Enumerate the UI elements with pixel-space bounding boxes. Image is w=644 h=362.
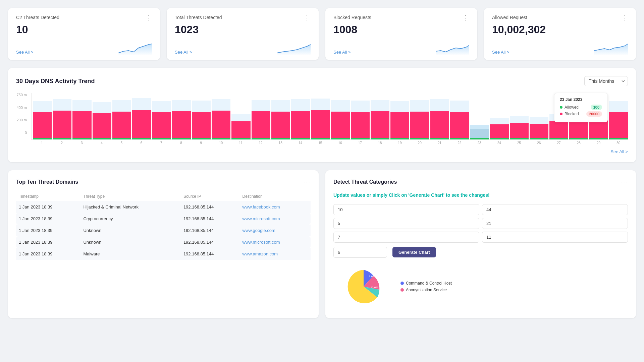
bar-group[interactable] <box>390 96 409 139</box>
detect-input-2-0[interactable] <box>333 232 479 243</box>
bar-green <box>450 138 469 139</box>
x-label: 21 <box>430 141 449 145</box>
bar-group[interactable] <box>72 96 91 139</box>
see-all-link[interactable]: See All > <box>16 50 34 55</box>
bar-group[interactable] <box>510 96 529 139</box>
bar-green <box>192 138 211 139</box>
pie-chart-container: 9.6% 10.6% 5.8% <box>333 263 394 310</box>
bar-group[interactable] <box>371 96 389 139</box>
bar-group[interactable] <box>172 96 191 139</box>
detect-input-1-0[interactable] <box>333 218 479 229</box>
table-row: 1 Jan 2023 18:39Unknown192.168.85.144www… <box>16 225 311 236</box>
see-all-link[interactable]: See All > <box>333 50 351 55</box>
bar-group[interactable] <box>430 96 449 139</box>
bar-group[interactable] <box>53 96 71 139</box>
tooltip-allowed-dot <box>560 106 562 109</box>
bar-group[interactable] <box>450 96 469 139</box>
generate-chart-btn[interactable]: Generate Chart <box>392 247 436 257</box>
table-cell: 192.168.85.144 <box>181 225 240 236</box>
bar-group[interactable] <box>112 96 131 139</box>
bar-green <box>351 138 370 139</box>
table-cell: 1 Jan 2023 18:39 <box>16 213 80 225</box>
see-all-link[interactable]: See All > <box>175 50 192 55</box>
bar-group[interactable] <box>530 96 548 139</box>
trend-see-all-link[interactable]: See All > <box>610 149 628 154</box>
bar-group[interactable] <box>212 96 230 139</box>
detect-input-0-1[interactable] <box>482 204 628 215</box>
table-header-cell: Timestamp <box>16 192 80 201</box>
trend-filter-select[interactable]: This MonthsLast MonthLast 3 Months <box>584 76 628 86</box>
x-label: 12 <box>251 141 270 145</box>
bar-green <box>93 138 111 139</box>
stat-title: Allowed Request <box>492 15 527 20</box>
bar-green <box>410 138 429 139</box>
detect-threat-menu-btn[interactable]: ··· <box>621 178 628 185</box>
table-cell: 192.168.85.144 <box>181 248 240 260</box>
bar-green <box>311 138 330 139</box>
tooltip-blocked-row: Blocked 20000 <box>560 111 602 117</box>
bar-group[interactable] <box>252 96 270 139</box>
bar-green <box>152 138 171 139</box>
stat-menu-btn[interactable]: ⋮ <box>303 15 311 21</box>
x-label: 18 <box>371 141 389 145</box>
table-cell: 192.168.85.144 <box>181 201 240 213</box>
bar-group[interactable] <box>311 96 330 139</box>
bar-green <box>72 138 91 139</box>
bar-group[interactable] <box>271 96 290 139</box>
bar-group[interactable] <box>33 96 52 139</box>
legend-label: Command & Control Host <box>406 281 452 286</box>
bar-blocked <box>470 129 489 138</box>
stat-menu-btn[interactable]: ⋮ <box>621 15 628 21</box>
detect-input-last[interactable] <box>333 247 387 258</box>
detect-input-1-1[interactable] <box>482 218 628 229</box>
x-label: 9 <box>192 141 210 145</box>
bar-green <box>490 138 508 139</box>
bar-group[interactable] <box>231 96 250 139</box>
bar-group[interactable] <box>331 96 350 139</box>
bar-group[interactable] <box>351 96 370 139</box>
detect-input-2-1[interactable] <box>482 232 628 243</box>
see-all-link[interactable]: See All > <box>492 50 509 55</box>
bar-blocked <box>609 112 628 138</box>
bar-group[interactable] <box>152 96 171 139</box>
detect-threat-card: Detect Threat Categories ··· Update valu… <box>325 170 636 318</box>
bar-green <box>271 138 290 139</box>
bar-green <box>252 138 270 139</box>
bar-blocked <box>430 111 449 138</box>
table-cell: 1 Jan 2023 18:39 <box>16 236 80 248</box>
detect-input-grid <box>333 204 628 243</box>
detect-input-0-0[interactable] <box>333 204 479 215</box>
trend-footer: See All > <box>16 149 628 154</box>
detect-threat-header: Detect Threat Categories ··· <box>333 178 628 185</box>
bar-allowed <box>252 100 270 111</box>
bar-blocked <box>311 110 330 138</box>
stat-value: 10,002,302 <box>492 23 628 36</box>
x-label: 3 <box>72 141 91 145</box>
bar-green <box>430 138 449 139</box>
detect-last-row: Generate Chart <box>333 247 628 258</box>
table-cell: Hijacked & Criminal Network <box>80 201 180 213</box>
bar-group[interactable] <box>609 96 628 139</box>
table-cell: 1 Jan 2023 18:39 <box>16 201 80 213</box>
top-threats-menu-btn[interactable]: ··· <box>304 178 311 185</box>
bar-green <box>371 138 389 139</box>
bar-allowed <box>390 101 409 112</box>
bar-green <box>470 138 489 139</box>
bar-green <box>390 138 409 139</box>
x-label: 19 <box>390 141 409 145</box>
stat-menu-btn[interactable]: ⋮ <box>462 15 469 21</box>
bar-group[interactable] <box>192 96 211 139</box>
bar-group[interactable] <box>93 96 111 139</box>
top-threats-title: Top Ten Threat Domains <box>16 179 78 185</box>
stat-menu-btn[interactable]: ⋮ <box>145 15 152 21</box>
x-label: 11 <box>231 141 250 145</box>
bar-group[interactable] <box>410 96 429 139</box>
bar-blocked <box>252 111 270 138</box>
bar-group[interactable] <box>490 96 508 139</box>
stat-title: Blocked Requests <box>333 15 371 20</box>
bar-blocked <box>549 121 568 138</box>
bar-green <box>172 138 191 139</box>
bar-group[interactable] <box>470 96 489 139</box>
bar-group[interactable] <box>132 96 151 139</box>
bar-group[interactable] <box>291 96 310 139</box>
